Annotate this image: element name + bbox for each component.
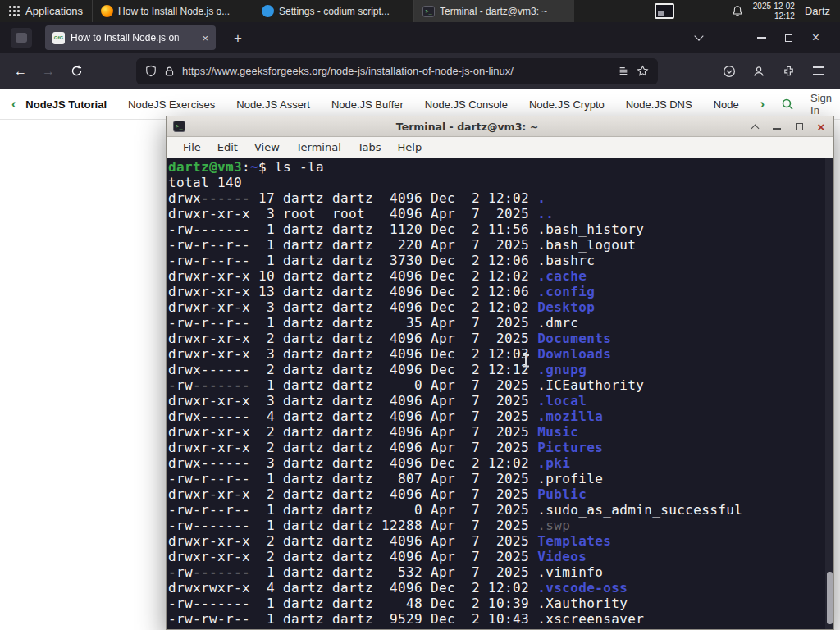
terminal-icon	[422, 6, 435, 17]
page-favicon: GfG	[52, 32, 65, 44]
taskbar-item-firefox[interactable]: How to Install Node.js o...	[92, 0, 253, 22]
subnav-scroll-left-icon[interactable]: ‹	[11, 98, 16, 111]
file-name: .swp	[537, 518, 570, 533]
taskbar-item-terminal[interactable]: Terminal - dartz@vm3: ~	[413, 0, 574, 22]
taskbar-item-codium[interactable]: Settings - codium script...	[253, 0, 413, 22]
lock-icon[interactable]	[164, 66, 175, 77]
file-name: .local	[537, 393, 587, 409]
terminal-scrollbar[interactable]	[825, 158, 833, 629]
subnav-item-console[interactable]: Node.JS Console	[425, 98, 508, 111]
file-name: .profile	[537, 471, 603, 486]
browser-minimize-icon[interactable]	[748, 27, 775, 48]
subnav-item-dns[interactable]: Node.JS DNS	[626, 98, 692, 111]
reader-view-icon[interactable]	[618, 66, 629, 77]
terminal-shade-icon[interactable]	[749, 121, 760, 132]
subnav-item-tutorial[interactable]: NodeJS Tutorial	[25, 98, 107, 111]
terminal-line: -rw-rw-r-- 1 dartz dartz 9529 Dec 2 10:4…	[168, 611, 833, 627]
menu-edit[interactable]: Edit	[209, 141, 246, 153]
system-panel: Applications How to Install Node.js o...…	[0, 0, 840, 22]
terminal-maximize-icon[interactable]	[793, 121, 805, 132]
file-name: .mozilla	[537, 409, 603, 424]
reload-button[interactable]	[62, 58, 90, 84]
url-bar[interactable]: https://www.geeksforgeeks.org/node-js/in…	[136, 58, 658, 84]
firefox-view-icon[interactable]	[11, 28, 32, 48]
user-menu[interactable]: Dartz	[805, 5, 833, 17]
tab-title: How to Install Node.js on	[71, 32, 196, 43]
terminal-line: drwx------ 2 dartz dartz 4096 Dec 2 12:1…	[168, 362, 833, 377]
sign-in-button[interactable]: Sign In	[810, 92, 832, 116]
new-tab-button[interactable]: +	[228, 29, 248, 48]
subnav-item-truncated[interactable]: Node	[714, 98, 739, 111]
panel-left: Applications How to Install Node.js o...…	[0, 0, 648, 22]
terminal-line: drwxr-xr-x 2 dartz dartz 4096 Apr 7 2025…	[168, 533, 833, 549]
menu-hamburger-icon[interactable]	[804, 58, 832, 84]
window-controls: ×	[685, 27, 840, 48]
file-name: .	[537, 190, 546, 206]
terminal-line: -rw-r--r-- 1 dartz dartz 3730 Dec 2 12:0…	[168, 253, 833, 268]
notifications-bell-icon[interactable]	[732, 5, 743, 17]
subnav-item-crypto[interactable]: Node.JS Crypto	[529, 98, 605, 111]
file-name: Music	[537, 424, 578, 440]
clock-time: 12:12	[753, 11, 795, 21]
terminal-window-controls: ×	[749, 121, 827, 132]
terminal-titlebar[interactable]: Terminal - dartz@vm3: ~ ×	[167, 116, 833, 137]
list-all-tabs-icon[interactable]	[685, 27, 712, 48]
extensions-icon[interactable]	[774, 58, 802, 84]
subnav-item-assert[interactable]: Node.JS Assert	[236, 98, 310, 111]
terminal-close-icon[interactable]: ×	[815, 121, 827, 132]
terminal-line: -rw------- 1 dartz dartz 48 Dec 2 10:39 …	[168, 596, 833, 611]
applications-menu[interactable]: Applications	[0, 0, 92, 22]
subnav-scroll-right-icon[interactable]: ›	[760, 98, 765, 111]
file-name: ..	[537, 206, 554, 221]
clock[interactable]: 2025-12-02 12:12	[753, 2, 795, 21]
browser-toolbar: ← → https://www.geeksforgeeks.org/node-j…	[0, 53, 840, 89]
menu-view[interactable]: View	[246, 141, 288, 153]
menu-tabs[interactable]: Tabs	[349, 141, 390, 153]
file-name: Templates	[537, 533, 611, 549]
back-button[interactable]: ←	[7, 58, 34, 84]
desktop: Applications How to Install Node.js o...…	[0, 0, 840, 630]
terminal-line: -rw-r--r-- 1 dartz dartz 35 Apr 7 2025 .…	[168, 315, 833, 331]
menu-file[interactable]: File	[175, 141, 209, 153]
subnav-item-exercises[interactable]: NodeJS Exercises	[128, 98, 215, 111]
file-name: .pki	[537, 455, 570, 471]
browser-maximize-icon[interactable]	[775, 27, 802, 48]
menu-help[interactable]: Help	[390, 141, 431, 153]
subnav-item-buffer[interactable]: Node.JS Buffer	[331, 98, 404, 111]
file-name: Public	[537, 486, 587, 502]
account-icon[interactable]	[745, 58, 773, 84]
browser-close-icon[interactable]: ×	[802, 27, 829, 48]
subnav-right: › Sign In	[760, 92, 840, 116]
pocket-icon[interactable]	[715, 58, 743, 84]
forward-button[interactable]: →	[34, 58, 62, 84]
toolbar-right	[715, 58, 833, 84]
applications-grid-icon	[9, 6, 20, 16]
file-name: .Xauthority	[537, 596, 628, 611]
applications-label: Applications	[25, 5, 83, 17]
file-name: .bash_logout	[537, 237, 636, 253]
file-name: .bashrc	[537, 253, 595, 268]
file-name: .config	[537, 284, 595, 299]
file-name: .ICEauthority	[537, 377, 644, 393]
terminal-minimize-icon[interactable]	[771, 121, 783, 132]
tab-close-icon[interactable]: ×	[202, 32, 208, 44]
menu-terminal[interactable]: Terminal	[288, 141, 349, 153]
browser-tab[interactable]: GfG How to Install Node.js on ×	[45, 25, 216, 50]
terminal-line: drwxr-xr-x 2 dartz dartz 4096 Apr 7 2025…	[168, 486, 833, 502]
tracking-shield-icon[interactable]	[145, 65, 157, 77]
file-name: .bash_history	[537, 221, 644, 237]
clock-date: 2025-12-02	[753, 2, 795, 11]
terminal-line: drwx------ 17 dartz dartz 4096 Dec 2 12:…	[168, 190, 833, 206]
terminal-line: -rw-r--r-- 1 dartz dartz 220 Apr 7 2025 …	[168, 237, 833, 253]
tray-window-icon[interactable]	[655, 3, 674, 19]
terminal-title-icon	[173, 121, 185, 132]
terminal-line: drwxr-xr-x 13 dartz dartz 4096 Dec 2 12:…	[168, 284, 833, 299]
tab-strip: GfG How to Install Node.js on × + ×	[0, 22, 840, 53]
search-icon[interactable]	[781, 98, 794, 111]
terminal-scrollbar-thumb[interactable]	[827, 572, 833, 624]
terminal-viewport[interactable]: dartz@vm3:~$ ls -la total 140 drwx------…	[167, 158, 833, 629]
terminal-listing: drwx------ 17 dartz dartz 4096 Dec 2 12:…	[168, 190, 833, 627]
terminal-line: drwxrwxr-x 4 dartz dartz 4096 Dec 2 12:0…	[168, 580, 833, 596]
bookmark-star-icon[interactable]	[637, 65, 649, 77]
file-name: .vscode-oss	[537, 580, 628, 596]
